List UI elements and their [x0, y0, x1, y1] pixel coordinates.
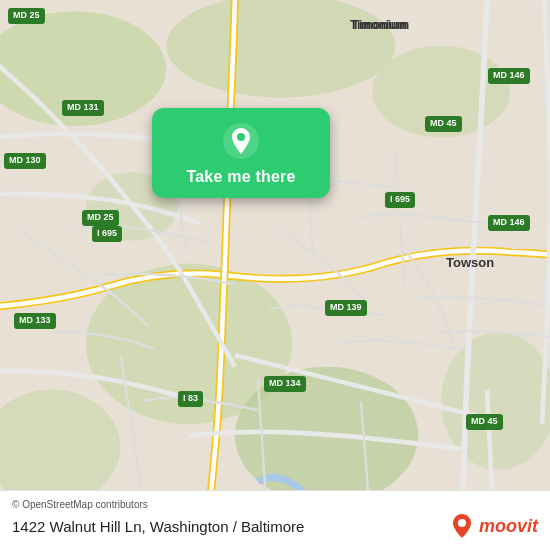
badge-md25-top: MD 25	[8, 8, 45, 24]
badge-md139: MD 139	[325, 300, 367, 316]
bottom-bar: © OpenStreetMap contributors 1422 Walnut…	[0, 490, 550, 550]
location-pin-icon	[222, 122, 260, 160]
svg-point-11	[237, 133, 245, 141]
badge-md45-bot: MD 45	[466, 414, 503, 430]
badge-md134: MD 134	[264, 376, 306, 392]
badge-md146-mid: MD 146	[488, 215, 530, 231]
address-line: 1422 Walnut Hill Ln, Washington / Baltim…	[12, 512, 538, 540]
location-popup[interactable]: Take me there	[152, 108, 330, 198]
moovit-logo: moovit	[448, 512, 538, 540]
badge-md130: MD 130	[4, 153, 46, 169]
badge-i695-right: I 695	[385, 192, 415, 208]
map-container: MD 25 MD 131 MD 130 MD 25 I 695 I 695 MD…	[0, 0, 550, 550]
svg-point-12	[458, 519, 466, 527]
badge-md133: MD 133	[14, 313, 56, 329]
badge-i83: I 83	[178, 391, 203, 407]
badge-md45: MD 45	[425, 116, 462, 132]
badge-md146-top: MD 146	[488, 68, 530, 84]
moovit-pin-icon	[448, 512, 476, 540]
badge-md25-mid: MD 25	[82, 210, 119, 226]
label-timonium-static: Timonium	[352, 18, 409, 32]
moovit-brand-text: moovit	[479, 516, 538, 537]
attribution: © OpenStreetMap contributors	[12, 499, 538, 510]
badge-i695-left: I 695	[92, 226, 122, 242]
label-towson: Towson	[446, 255, 494, 270]
badge-md131: MD 131	[62, 100, 104, 116]
popup-label: Take me there	[186, 168, 295, 186]
address-text: 1422 Walnut Hill Ln, Washington / Baltim…	[12, 518, 304, 535]
